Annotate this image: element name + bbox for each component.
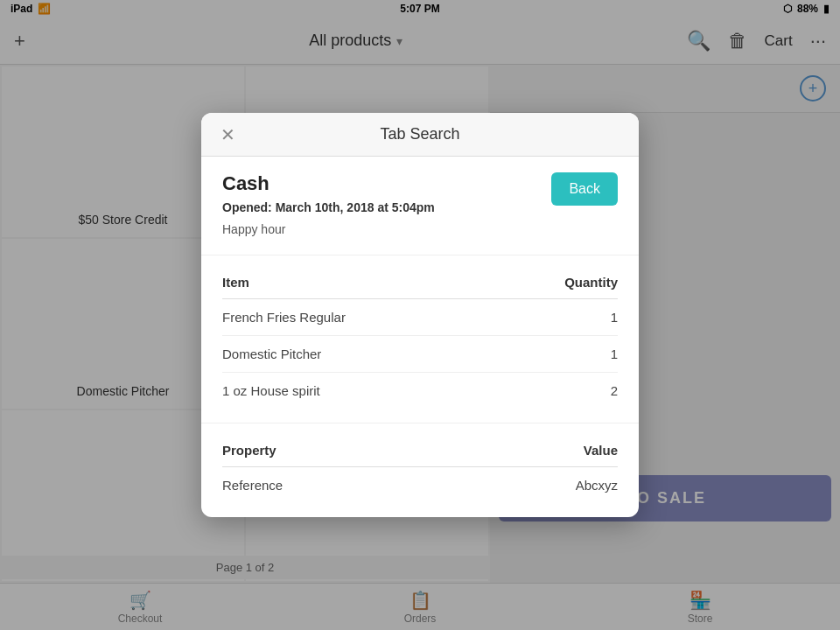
- happy-hour-label: Happy hour: [222, 220, 435, 239]
- modal-title: Tab Search: [380, 125, 459, 144]
- back-button[interactable]: Back: [551, 172, 618, 206]
- opened-date: March 10th, 2018 at 5:04pm: [276, 200, 435, 214]
- table-row: Reference Abcxyz: [222, 467, 618, 504]
- item-cell: 1 oz House spirit: [222, 373, 499, 410]
- opened-line: Opened: March 10th, 2018 at 5:04pm: [222, 199, 435, 217]
- item-cell: French Fries Regular: [222, 299, 499, 336]
- col-property-header: Property: [222, 438, 455, 467]
- table-row: 1 oz House spirit 2: [222, 373, 618, 410]
- col-item-header: Item: [222, 270, 499, 299]
- col-value-header: Value: [455, 438, 618, 467]
- quantity-cell: 2: [499, 373, 618, 410]
- properties-table: Property Value Reference Abcxyz: [222, 438, 618, 503]
- tab-search-modal: ✕ Tab Search Cash Opened: March 10th, 20…: [201, 113, 639, 517]
- quantity-cell: 1: [499, 299, 618, 336]
- item-cell: Domestic Pitcher: [222, 336, 499, 373]
- cash-section: Cash Opened: March 10th, 2018 at 5:04pm …: [201, 157, 639, 256]
- property-cell: Reference: [222, 467, 455, 504]
- opened-label: Opened:: [222, 200, 272, 214]
- modal-overlay: ✕ Tab Search Cash Opened: March 10th, 20…: [0, 0, 840, 630]
- quantity-cell: 1: [499, 336, 618, 373]
- properties-section: Property Value Reference Abcxyz: [201, 424, 639, 517]
- table-row: French Fries Regular 1: [222, 299, 618, 336]
- items-table-section: Item Quantity French Fries Regular 1 Dom…: [201, 256, 639, 424]
- value-cell: Abcxyz: [455, 467, 618, 504]
- col-quantity-header: Quantity: [499, 270, 618, 299]
- cash-title: Cash: [222, 172, 435, 195]
- table-row: Domestic Pitcher 1: [222, 336, 618, 373]
- modal-close-button[interactable]: ✕: [215, 122, 240, 147]
- modal-body: Cash Opened: March 10th, 2018 at 5:04pm …: [201, 157, 639, 517]
- modal-header: ✕ Tab Search: [201, 113, 639, 157]
- cash-info: Cash Opened: March 10th, 2018 at 5:04pm …: [222, 172, 435, 239]
- items-table: Item Quantity French Fries Regular 1 Dom…: [222, 270, 618, 409]
